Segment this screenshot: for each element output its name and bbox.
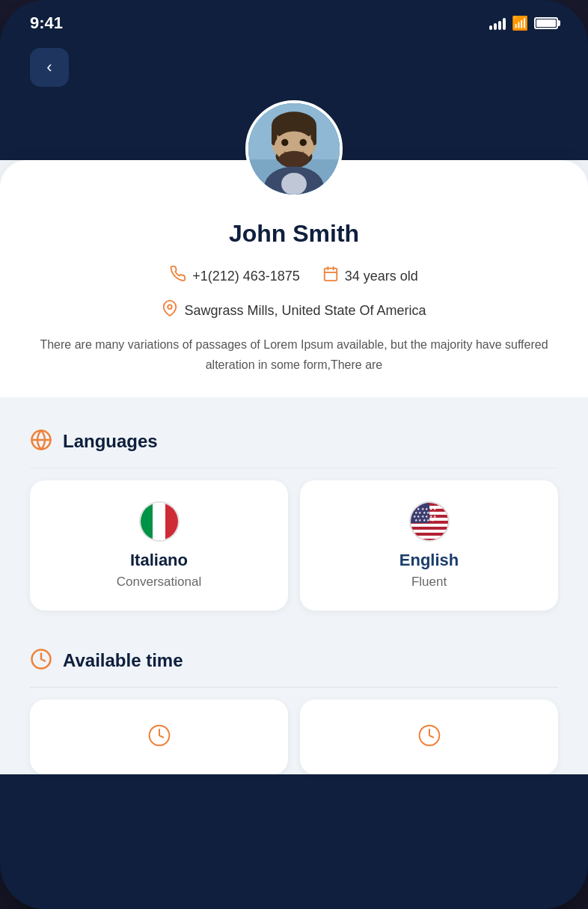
phone-info: +1(212) 463-1875 [170,266,300,287]
location-row: Sawgrass Mills, United State Of America [30,300,558,321]
main-content: John Smith +1(212) 463-1875 [0,160,588,774]
svg-text:★ ★ ★ ★ ★: ★ ★ ★ ★ ★ [414,518,435,522]
status-bar: 9:41 📶 [0,0,588,40]
profile-name: John Smith [30,220,558,248]
contact-info-row: +1(212) 463-1875 34 years old [30,266,558,287]
available-time-cards [30,700,558,774]
time: 9:41 [30,13,63,33]
svg-rect-13 [325,269,337,281]
preview-icon-1 [147,723,171,747]
status-icons: 📶 [489,15,558,31]
language-name-english: English [315,551,543,570]
svg-point-9 [300,139,307,146]
phone-number: +1(212) 463-1875 [192,269,300,284]
available-time-section: Available time [0,625,588,774]
language-cards-grid: Italiano Conversational [30,480,558,610]
language-card-italiano: Italiano Conversational [30,480,288,610]
svg-point-12 [281,173,307,195]
italy-flag-icon [139,501,180,542]
languages-title: Languages [63,431,158,452]
avatar-container [245,100,343,198]
usa-flag-icon: ★ ★ ★ ★ ★ ★ ★ ★ ★ ★ ★ ★ ★ ★ ★ ★ ★ ★ ★ ★ … [409,501,450,542]
battery-icon [534,17,558,29]
avatar-image [248,103,340,195]
phone-frame: 9:41 📶 ‹ [0,0,588,909]
age-info: 34 years old [322,266,418,287]
age-text: 34 years old [345,269,418,284]
wifi-icon: 📶 [512,15,528,31]
svg-rect-24 [411,524,450,527]
language-level-italiano: Conversational [45,575,273,590]
avatar [245,100,343,198]
clock-icon [30,648,52,673]
back-button[interactable]: ‹ [30,48,69,87]
available-time-header: Available time [30,640,558,688]
available-time-card-1 [30,700,288,774]
back-arrow-icon: ‹ [46,58,52,77]
calendar-icon [322,266,339,287]
location-icon [162,300,178,321]
language-level-english: Fluent [315,575,543,590]
language-name-italiano: Italiano [45,551,273,570]
location-text: Sawgrass Mills, United State Of America [184,303,426,319]
header-area: ‹ [0,40,588,160]
available-time-card-2 [300,700,558,774]
phone-icon [170,266,186,287]
signal-icon [489,16,506,30]
svg-rect-25 [411,530,450,533]
svg-point-17 [168,304,173,309]
svg-point-10 [278,151,309,168]
languages-header: Languages [30,412,558,468]
bio-text: There are many variations of passages of… [30,334,558,375]
preview-icon-2 [417,723,441,747]
languages-section: Languages Italiano Conversational [0,397,588,625]
avatar-svg [248,103,340,195]
svg-point-8 [281,139,288,146]
available-time-title: Available time [63,650,183,671]
globe-icon [30,429,52,454]
language-card-english: ★ ★ ★ ★ ★ ★ ★ ★ ★ ★ ★ ★ ★ ★ ★ ★ ★ ★ ★ ★ … [300,480,558,610]
svg-rect-26 [411,536,450,539]
